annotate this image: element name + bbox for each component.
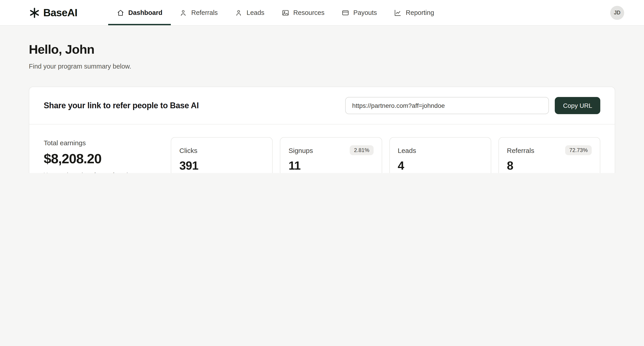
line-chart-icon [394, 9, 402, 17]
top-nav: BaseAI Dashboard Referrals Leads [0, 0, 644, 26]
nav-label: Dashboard [128, 9, 162, 16]
nav-item-payouts[interactable]: Payouts [333, 0, 386, 25]
stat-label: Leads [398, 146, 416, 154]
page-subtitle: Find your program summary below. [29, 62, 615, 71]
conversion-badge: 2.81% [350, 145, 374, 155]
total-earnings-label: Total earnings [44, 139, 164, 147]
nav-label: Referrals [191, 9, 218, 16]
nav-label: Payouts [353, 9, 377, 16]
nav-item-referrals[interactable]: Referrals [171, 0, 226, 25]
total-earnings-block: Total earnings $8,208.20 Your total earn… [44, 137, 164, 173]
home-icon [116, 9, 124, 17]
stat-card-leads: Leads 4 All leads you have personally re… [389, 137, 491, 173]
share-link-row: Share your link to refer people to Base … [29, 87, 615, 124]
copy-url-button[interactable]: Copy URL [555, 97, 600, 114]
avatar[interactable]: JD [610, 6, 624, 20]
primary-nav: Dashboard Referrals Leads Resources [108, 0, 442, 25]
person-icon [180, 9, 187, 17]
page-title: Hello, John [29, 42, 615, 57]
stat-value: 391 [179, 159, 264, 173]
stats-row: Total earnings $8,208.20 Your total earn… [29, 124, 615, 173]
dashboard-page: BaseAI Dashboard Referrals Leads [0, 0, 644, 173]
stat-label: Referrals [507, 146, 534, 154]
stat-card-clicks: Clicks 391 Total clicks generated from y… [171, 137, 273, 173]
stat-label: Signups [289, 146, 313, 154]
nav-item-reporting[interactable]: Reporting [386, 0, 443, 25]
image-icon [282, 9, 289, 17]
nav-label: Reporting [406, 9, 434, 16]
brand-logo[interactable]: BaseAI [29, 0, 77, 25]
conversion-badge: 72.73% [565, 145, 592, 155]
stat-value: 4 [398, 159, 483, 173]
logo-asterisk-icon [29, 7, 40, 18]
nav-item-leads[interactable]: Leads [226, 0, 273, 25]
person-icon [235, 9, 242, 17]
nav-label: Leads [246, 9, 264, 16]
total-earnings-value: $8,208.20 [44, 151, 164, 166]
nav-label: Resources [293, 9, 324, 16]
stat-card-signups: Signups 2.81% 11 All signups resulting f… [280, 137, 382, 173]
avatar-initials: JD [614, 10, 620, 15]
nav-item-resources[interactable]: Resources [273, 0, 333, 25]
share-title: Share your link to refer people to Base … [44, 101, 199, 110]
stat-value: 11 [289, 159, 374, 173]
total-earnings-description: Your total earnings from referred custom… [44, 171, 140, 173]
stat-label: Clicks [179, 146, 198, 154]
stat-value: 8 [507, 159, 592, 173]
referral-link-input[interactable] [346, 97, 549, 114]
stat-card-referrals: Referrals 72.73% 8 Total customers who c… [498, 137, 600, 173]
main-content: Hello, John Find your program summary be… [0, 26, 644, 173]
summary-card: Share your link to refer people to Base … [29, 87, 615, 173]
brand-name: BaseAI [43, 7, 77, 19]
share-controls: Copy URL [346, 97, 600, 114]
credit-card-icon [342, 9, 349, 17]
nav-item-dashboard[interactable]: Dashboard [108, 0, 171, 25]
